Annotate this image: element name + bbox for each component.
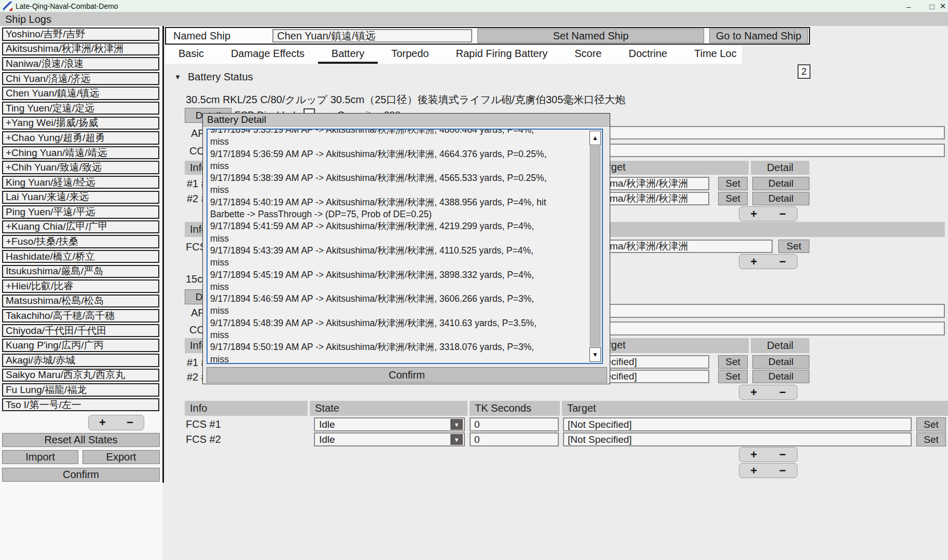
fcs-table-remove-button[interactable]: − <box>779 448 786 461</box>
collapse-triangle-icon[interactable]: ▼ <box>174 73 181 81</box>
mount2-2-detail-button[interactable]: Detail <box>752 370 809 383</box>
tab-bar: BasicDamage EffectsBatteryTorpedoRapid F… <box>165 46 742 64</box>
fcs-1-set-button[interactable]: Set <box>778 240 809 253</box>
ship-list-item[interactable]: Chiyoda/千代田/千代田 <box>2 324 159 338</box>
ship-list-item[interactable]: Takachiho/高千穂/高千穗 <box>2 309 159 323</box>
goto-named-ship-button[interactable]: Go to Named Ship <box>709 29 808 43</box>
dropdown-arrow-icon: ▼ <box>450 419 463 430</box>
fcs-1-state-dropdown[interactable]: Idle ▼ <box>314 417 465 431</box>
mount2-add-button[interactable]: + <box>750 386 757 399</box>
ship-list-item[interactable]: Ping Yuen/平遠/平远 <box>2 205 159 219</box>
ship-list-item[interactable]: +Ching Yuan/靖遠/靖远 <box>2 146 159 160</box>
mount-2-detail-button[interactable]: Detail <box>752 192 809 205</box>
ship-list-item[interactable]: Naniwa/浪速/浪速 <box>2 57 159 71</box>
sidebar-confirm-button[interactable]: Confirm <box>2 468 160 482</box>
ship-list-item[interactable]: Fu Lung/福龍/福龙 <box>2 383 159 397</box>
battery-log-line: 9/17/1894 5:45:19 AM AP -> Akitsushima/秋… <box>210 269 588 281</box>
close-button[interactable]: ✕ <box>934 0 948 12</box>
fcs-table-add-button[interactable]: + <box>750 448 757 461</box>
battery-log-listbox[interactable]: 9/17/1894 5:35:19 AM AP -> Akitsushima/秋… <box>207 129 603 364</box>
fcs-2-tk-input[interactable]: 0 <box>470 432 559 446</box>
fcs-2-target-set-button[interactable]: Set <box>916 432 946 446</box>
mount-add-button[interactable]: + <box>750 207 757 221</box>
import-button[interactable]: Import <box>2 450 78 464</box>
fcs-1-target-input[interactable]: [Not Specified] <box>563 417 912 431</box>
export-button[interactable]: Export <box>83 450 160 464</box>
scroll-down-button[interactable]: ▼ <box>589 347 601 362</box>
tab[interactable]: Score <box>561 46 615 64</box>
tab[interactable]: Torpedo <box>378 46 442 64</box>
log-scrollbar[interactable]: ▲ ▼ <box>589 131 601 362</box>
battery-log-line: miss <box>210 257 588 269</box>
ship-list-item[interactable]: Akitsushima/秋津洲/秋津洲 <box>2 43 159 56</box>
ship-list-item[interactable]: Chen Yuan/鎮遠/镇远 <box>2 87 159 100</box>
mount2-remove-button[interactable]: − <box>779 386 786 399</box>
ship-list-item[interactable]: +Hiei/比叡/比睿 <box>2 279 159 293</box>
mount-1-detail-button[interactable]: Detail <box>752 177 809 190</box>
ship-list-item[interactable]: King Yuan/経遠/经远 <box>2 176 159 189</box>
fcs-remove-button[interactable]: − <box>779 255 786 269</box>
com-row-field[interactable] <box>566 144 945 157</box>
ap-row-field[interactable] <box>566 126 945 139</box>
fcs-add-button[interactable]: + <box>750 255 757 269</box>
panel-divider <box>162 26 164 483</box>
add-ship-button[interactable]: + <box>99 416 106 429</box>
battery-log-line: 9/17/1894 5:36:59 AM AP -> Akitsushima/秋… <box>210 148 588 160</box>
battery-log-line: miss <box>210 184 588 196</box>
fcs-row-label: FCS #2 <box>186 433 221 445</box>
battery-log-line: Barbette -> PassThrough -> (DP=75, Prob … <box>210 208 588 220</box>
ship-list-item[interactable]: Yoshino/吉野/吉野 <box>2 27 159 41</box>
ship-list-item[interactable]: +Chih Yuan/致遠/致远 <box>2 161 159 174</box>
ship-list-item[interactable]: Itsukushima/厳島/严岛 <box>2 265 159 278</box>
ship-list-item[interactable]: Kuang P'ing/広丙/广丙 <box>2 339 159 352</box>
tab[interactable]: Damage Effects <box>217 46 318 64</box>
ship-list-item[interactable]: Tso I/第一号/左一 <box>2 398 159 412</box>
com2-row-field[interactable] <box>566 321 945 335</box>
fcs-1-target-set-button[interactable]: Set <box>916 417 946 431</box>
named-ship-input[interactable]: Chen Yuan/鎮遠/镇远 <box>272 29 472 43</box>
mount2-1-detail-button[interactable]: Detail <box>752 355 809 369</box>
ship-list-item[interactable]: Saikyo Maru/西京丸/西京丸 <box>2 369 159 382</box>
fcs-table-remove-button-2[interactable]: − <box>779 464 786 478</box>
ship-list-item[interactable]: Lai Yuan/来遠/来远 <box>2 191 159 204</box>
battery-log-line: miss <box>210 136 588 148</box>
gun-title: 30.5cm RKL/25 C/80/クルップ 30.5cm（25口径）後装填式… <box>186 93 625 107</box>
mount-1-set-button[interactable]: Set <box>718 177 748 190</box>
set-named-ship-button[interactable]: Set Named Ship <box>477 29 704 43</box>
remove-ship-button[interactable]: − <box>127 416 133 429</box>
fcs-table-add-button-2[interactable]: + <box>750 464 757 478</box>
tab[interactable]: Rapid Firing Battery <box>442 46 561 64</box>
mount2-2-set-button[interactable]: Set <box>718 370 748 383</box>
tab[interactable]: Basic <box>165 46 217 64</box>
ship-list-item[interactable]: +Chao Yung/超勇/超勇 <box>2 131 159 145</box>
minimize-button[interactable]: – <box>900 0 917 12</box>
window-title: Late-Qing-Naval-Combat-Demo <box>16 2 118 10</box>
ship-list-item[interactable]: +Yang Wei/揚威/扬威 <box>2 117 159 130</box>
mount-remove-button[interactable]: − <box>779 207 786 221</box>
dialog-titlebar[interactable]: Battery Detail <box>203 114 610 127</box>
ship-list-item[interactable]: Hashidate/橋立/桥立 <box>2 250 159 263</box>
ship-list-item[interactable]: +Kuang Chia/広甲/广甲 <box>2 220 159 234</box>
ship-list-item[interactable]: +Fuso/扶桑/扶桑 <box>2 235 159 248</box>
ap2-row-field[interactable] <box>566 304 945 318</box>
mount2-1-set-button[interactable]: Set <box>718 355 748 369</box>
reset-all-states-button[interactable]: Reset All States <box>2 433 160 447</box>
fcs-table-tk-header: TK Seconds <box>470 401 560 416</box>
fcs-2-state-dropdown[interactable]: Idle ▼ <box>314 432 465 446</box>
fcs-add-remove: + − <box>739 254 798 269</box>
fcs-2-target-input[interactable]: [Not Specified] <box>563 432 912 446</box>
ship-list-item[interactable]: Ting Yuen/定遠/定远 <box>2 102 159 115</box>
tab[interactable]: Time Loc <box>681 46 750 64</box>
mount-2-set-button[interactable]: Set <box>718 192 748 205</box>
fcs-1-tk-input[interactable]: 0 <box>470 417 559 431</box>
tab[interactable]: Doctrine <box>615 46 680 64</box>
tab[interactable]: Battery <box>318 46 378 64</box>
ship-list-item[interactable]: Matsushima/松島/松岛 <box>2 295 159 308</box>
scrollbar-thumb[interactable] <box>590 146 600 346</box>
dialog-confirm-button[interactable]: Confirm <box>207 367 607 383</box>
ship-list-item[interactable]: Chi Yuan/済遠/济远 <box>2 72 159 86</box>
battery-status-title: Battery Status <box>188 71 253 83</box>
ship-list-item[interactable]: Akagi/赤城/赤城 <box>2 354 159 367</box>
dropdown-arrow-icon: ▼ <box>450 434 463 445</box>
scroll-up-button[interactable]: ▲ <box>589 131 601 145</box>
